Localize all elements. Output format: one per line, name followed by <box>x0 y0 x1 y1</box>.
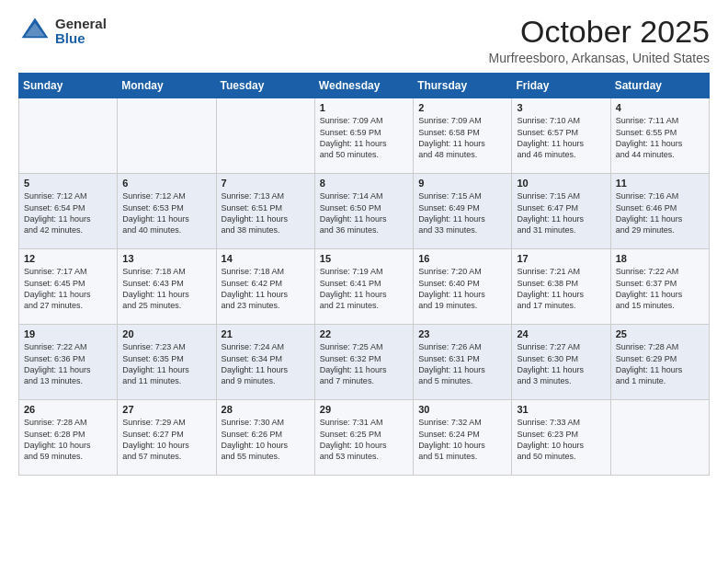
calendar-cell: 20Sunrise: 7:23 AM Sunset: 6:35 PM Dayli… <box>118 325 216 400</box>
calendar-table: SundayMondayTuesdayWednesdayThursdayFrid… <box>18 73 710 476</box>
calendar-week-row: 19Sunrise: 7:22 AM Sunset: 6:36 PM Dayli… <box>19 325 710 400</box>
day-number: 9 <box>418 178 506 189</box>
day-info: Sunrise: 7:12 AM Sunset: 6:54 PM Dayligh… <box>24 190 112 236</box>
day-number: 26 <box>24 404 112 415</box>
day-number: 23 <box>418 328 506 339</box>
day-info: Sunrise: 7:26 AM Sunset: 6:31 PM Dayligh… <box>418 341 506 386</box>
calendar-cell: 28Sunrise: 7:30 AM Sunset: 6:26 PM Dayli… <box>216 400 314 476</box>
calendar-cell: 9Sunrise: 7:15 AM Sunset: 6:49 PM Daylig… <box>414 174 512 249</box>
day-info: Sunrise: 7:09 AM Sunset: 6:59 PM Dayligh… <box>320 115 408 160</box>
day-info: Sunrise: 7:25 AM Sunset: 6:32 PM Dayligh… <box>320 341 408 386</box>
calendar-cell: 8Sunrise: 7:14 AM Sunset: 6:50 PM Daylig… <box>314 174 413 249</box>
day-number: 13 <box>122 253 210 264</box>
calendar-header-row: SundayMondayTuesdayWednesdayThursdayFrid… <box>19 74 710 98</box>
day-number: 18 <box>616 253 704 264</box>
day-info: Sunrise: 7:23 AM Sunset: 6:35 PM Dayligh… <box>122 341 210 386</box>
day-info: Sunrise: 7:14 AM Sunset: 6:50 PM Dayligh… <box>320 190 408 236</box>
day-number: 25 <box>616 328 704 339</box>
day-info: Sunrise: 7:09 AM Sunset: 6:58 PM Dayligh… <box>418 115 506 160</box>
day-header-tuesday: Tuesday <box>216 74 314 98</box>
day-number: 2 <box>418 102 506 113</box>
day-info: Sunrise: 7:33 AM Sunset: 6:23 PM Dayligh… <box>517 417 605 462</box>
day-info: Sunrise: 7:31 AM Sunset: 6:25 PM Dayligh… <box>320 417 408 462</box>
calendar-cell <box>118 98 216 174</box>
day-number: 6 <box>122 178 210 189</box>
day-number: 19 <box>24 328 112 339</box>
calendar-cell: 30Sunrise: 7:32 AM Sunset: 6:24 PM Dayli… <box>414 400 512 476</box>
day-number: 20 <box>122 328 210 339</box>
day-info: Sunrise: 7:10 AM Sunset: 6:57 PM Dayligh… <box>517 115 605 160</box>
calendar-cell: 15Sunrise: 7:19 AM Sunset: 6:41 PM Dayli… <box>314 249 413 325</box>
day-number: 15 <box>320 253 408 264</box>
day-number: 1 <box>320 102 408 113</box>
header: General Blue October 2025 Murfreesboro, … <box>18 15 710 65</box>
day-info: Sunrise: 7:28 AM Sunset: 6:28 PM Dayligh… <box>24 417 112 462</box>
calendar-cell: 3Sunrise: 7:10 AM Sunset: 6:57 PM Daylig… <box>512 98 610 174</box>
calendar-cell: 11Sunrise: 7:16 AM Sunset: 6:46 PM Dayli… <box>610 174 709 249</box>
day-header-saturday: Saturday <box>610 74 709 98</box>
day-info: Sunrise: 7:16 AM Sunset: 6:46 PM Dayligh… <box>616 190 704 236</box>
day-info: Sunrise: 7:22 AM Sunset: 6:36 PM Dayligh… <box>24 341 112 386</box>
calendar-cell: 10Sunrise: 7:15 AM Sunset: 6:47 PM Dayli… <box>512 174 610 249</box>
day-header-thursday: Thursday <box>414 74 512 98</box>
day-info: Sunrise: 7:24 AM Sunset: 6:34 PM Dayligh… <box>222 341 310 386</box>
day-number: 4 <box>616 102 704 113</box>
day-info: Sunrise: 7:30 AM Sunset: 6:26 PM Dayligh… <box>222 417 310 462</box>
day-number: 31 <box>517 404 605 415</box>
day-number: 14 <box>222 253 310 264</box>
calendar-cell: 12Sunrise: 7:17 AM Sunset: 6:45 PM Dayli… <box>19 249 118 325</box>
calendar-cell: 14Sunrise: 7:18 AM Sunset: 6:42 PM Dayli… <box>216 249 314 325</box>
calendar-week-row: 5Sunrise: 7:12 AM Sunset: 6:54 PM Daylig… <box>19 174 710 249</box>
calendar-cell <box>19 98 118 174</box>
calendar-cell: 19Sunrise: 7:22 AM Sunset: 6:36 PM Dayli… <box>19 325 118 400</box>
day-info: Sunrise: 7:15 AM Sunset: 6:47 PM Dayligh… <box>517 190 605 236</box>
day-number: 27 <box>122 404 210 415</box>
calendar-cell: 22Sunrise: 7:25 AM Sunset: 6:32 PM Dayli… <box>314 325 413 400</box>
day-info: Sunrise: 7:18 AM Sunset: 6:42 PM Dayligh… <box>222 266 310 311</box>
calendar-cell: 26Sunrise: 7:28 AM Sunset: 6:28 PM Dayli… <box>19 400 118 476</box>
calendar-cell: 23Sunrise: 7:26 AM Sunset: 6:31 PM Dayli… <box>414 325 512 400</box>
logo-icon <box>18 15 51 48</box>
calendar-cell: 31Sunrise: 7:33 AM Sunset: 6:23 PM Dayli… <box>512 400 610 476</box>
calendar-cell: 17Sunrise: 7:21 AM Sunset: 6:38 PM Dayli… <box>512 249 610 325</box>
day-header-monday: Monday <box>118 74 216 98</box>
calendar-cell: 16Sunrise: 7:20 AM Sunset: 6:40 PM Dayli… <box>414 249 512 325</box>
day-info: Sunrise: 7:32 AM Sunset: 6:24 PM Dayligh… <box>418 417 506 462</box>
calendar-week-row: 26Sunrise: 7:28 AM Sunset: 6:28 PM Dayli… <box>19 400 710 476</box>
calendar-cell: 21Sunrise: 7:24 AM Sunset: 6:34 PM Dayli… <box>216 325 314 400</box>
day-number: 11 <box>616 178 704 189</box>
calendar-cell: 1Sunrise: 7:09 AM Sunset: 6:59 PM Daylig… <box>314 98 413 174</box>
page: General Blue October 2025 Murfreesboro, … <box>0 0 728 563</box>
day-number: 22 <box>320 328 408 339</box>
day-number: 28 <box>222 404 310 415</box>
calendar-cell: 7Sunrise: 7:13 AM Sunset: 6:51 PM Daylig… <box>216 174 314 249</box>
day-info: Sunrise: 7:27 AM Sunset: 6:30 PM Dayligh… <box>517 341 605 386</box>
day-number: 3 <box>517 102 605 113</box>
day-info: Sunrise: 7:15 AM Sunset: 6:49 PM Dayligh… <box>418 190 506 236</box>
day-number: 24 <box>517 328 605 339</box>
day-header-sunday: Sunday <box>19 74 118 98</box>
calendar-cell: 27Sunrise: 7:29 AM Sunset: 6:27 PM Dayli… <box>118 400 216 476</box>
calendar-cell: 6Sunrise: 7:12 AM Sunset: 6:53 PM Daylig… <box>118 174 216 249</box>
calendar-cell: 13Sunrise: 7:18 AM Sunset: 6:43 PM Dayli… <box>118 249 216 325</box>
day-info: Sunrise: 7:28 AM Sunset: 6:29 PM Dayligh… <box>616 341 704 386</box>
day-info: Sunrise: 7:17 AM Sunset: 6:45 PM Dayligh… <box>24 266 112 311</box>
logo-blue-text: Blue <box>55 31 107 47</box>
day-number: 21 <box>222 328 310 339</box>
calendar-cell <box>610 400 709 476</box>
calendar-week-row: 1Sunrise: 7:09 AM Sunset: 6:59 PM Daylig… <box>19 98 710 174</box>
calendar-cell: 18Sunrise: 7:22 AM Sunset: 6:37 PM Dayli… <box>610 249 709 325</box>
day-number: 30 <box>418 404 506 415</box>
day-info: Sunrise: 7:13 AM Sunset: 6:51 PM Dayligh… <box>222 190 310 236</box>
day-number: 10 <box>517 178 605 189</box>
title-block: October 2025 Murfreesboro, Arkansas, Uni… <box>489 15 710 65</box>
day-info: Sunrise: 7:22 AM Sunset: 6:37 PM Dayligh… <box>616 266 704 311</box>
day-info: Sunrise: 7:11 AM Sunset: 6:55 PM Dayligh… <box>616 115 704 160</box>
day-header-friday: Friday <box>512 74 610 98</box>
day-number: 8 <box>320 178 408 189</box>
logo: General Blue <box>18 15 107 48</box>
calendar-cell: 4Sunrise: 7:11 AM Sunset: 6:55 PM Daylig… <box>610 98 709 174</box>
day-info: Sunrise: 7:29 AM Sunset: 6:27 PM Dayligh… <box>122 417 210 462</box>
calendar-week-row: 12Sunrise: 7:17 AM Sunset: 6:45 PM Dayli… <box>19 249 710 325</box>
logo-text: General Blue <box>55 17 107 47</box>
